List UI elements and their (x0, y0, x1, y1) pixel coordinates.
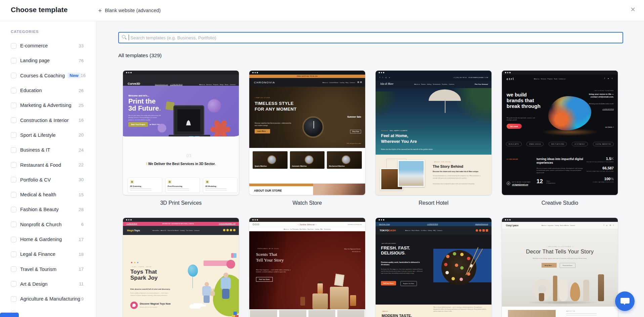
template-card-watch-store[interactable]: FREE SHIPPING FROM $20 CHRONOVIA About u… (249, 71, 365, 195)
checkbox[interactable] (11, 207, 16, 212)
template-title: Creative Studio (502, 200, 618, 207)
template-card-magictoys[interactable]: +1 (234) 567 89 00SHOWROOM: 1234 KENMONT… (123, 218, 239, 317)
palm-foliage (453, 88, 491, 125)
sidebar-item-legal-finance[interactable]: Legal & Finance18 (11, 247, 96, 262)
template-cell: f t ◎ ▸ +1 (234) 567 89 00 ISLADIMARE@EM… (376, 71, 491, 207)
sidebar-item-portfolio-cv[interactable]: Portfolio & CV30 (11, 172, 96, 187)
hotel-photo (398, 160, 425, 187)
bunny-toy (210, 291, 215, 296)
browser-chrome (123, 71, 239, 75)
chat-launcher-button[interactable] (615, 291, 635, 311)
product-tile: Quartz Watches (253, 151, 288, 169)
checkbox[interactable] (11, 192, 16, 198)
blank-website-button[interactable]: + Blank website (advanced) (98, 5, 161, 15)
template-cell: Open 8 am - 11 pm+1 (234) 567 89 00tokyo… (376, 218, 491, 317)
template-card-jardin-obscur[interactable]: - Jardin Obscur - jardinobscur@email.com… (249, 218, 365, 317)
template-card-tokyodash[interactable]: Open 8 am - 11 pm+1 (234) 567 89 00tokyo… (376, 218, 491, 317)
checkbox[interactable] (11, 147, 16, 153)
checkbox[interactable] (11, 281, 16, 287)
categories-sidebar: CATEGORIES E-commerce33 Landing page76 C… (0, 21, 96, 317)
template-title: Watch Store (249, 200, 365, 207)
thumb-navbar: MagicToys. Bestsellers About Us Deal of … (123, 226, 239, 235)
sidebar-item-home-gardening[interactable]: Home & Gardening17 (11, 232, 96, 247)
template-cell: +1 (234) 567 89 00SHOWROOM: 1234 KENMONT… (123, 218, 239, 317)
templates-panel: All templates (329) Curve3D 3d.print@ema… (96, 21, 644, 317)
sidebar-item-fashion-beauty[interactable]: Fashion & Beauty28 (11, 202, 96, 217)
sidebar-item-partial[interactable] (11, 306, 96, 317)
checkbox[interactable] (11, 43, 16, 49)
close-icon[interactable]: × (629, 4, 637, 15)
browser-chrome (123, 218, 239, 222)
checkbox[interactable] (11, 88, 16, 93)
thumb-navbar: CHRONOVIA About us Limited Edition Catal… (249, 78, 365, 87)
checkbox[interactable] (11, 177, 16, 183)
gift-box (231, 253, 237, 258)
sidebar-item-travel-tourism[interactable]: Travel & Tourism17 (11, 262, 96, 276)
feature-icon (168, 180, 172, 184)
thumb-hero: Welcome and let's... Print the3d Future.… (123, 86, 239, 138)
plus-icon: + (98, 7, 102, 14)
thumb-navbar: Curve3D 3d.print@email.com +1 (234) 567 … (123, 75, 239, 86)
sidebar-item-restaurant-food[interactable]: Restaurant & Food22 (11, 157, 96, 172)
text-caret (129, 35, 129, 40)
sidebar-item-sport-lifestyle[interactable]: Sport & Lifestyle20 (11, 128, 96, 143)
palm-foliage (376, 91, 397, 118)
template-card-cozyspace[interactable]: CozySpace About us Inspiration Catalog N… (502, 218, 618, 317)
checkbox[interactable] (11, 251, 16, 257)
sidebar-item-landing-page[interactable]: Landing page76 (11, 53, 96, 68)
template-card-resort-hotel[interactable]: f t ◎ ▸ +1 (234) 567 89 00 ISLADIMARE@EM… (376, 71, 491, 195)
sidebar-item-courses-coaching[interactable]: Courses & CoachingNew16 (11, 68, 96, 83)
perfume-bottle (300, 297, 305, 306)
template-cell: ctrl About us Services Projects Team Con… (502, 71, 618, 207)
product-tile: Mechanical Watches (327, 151, 362, 169)
checkbox[interactable] (11, 103, 16, 108)
sidebar-item-ecommerce[interactable]: E-commerce33 (11, 38, 96, 53)
new-badge: New (68, 73, 81, 78)
thumb-cta: Find Your Scent (256, 277, 273, 282)
checkbox[interactable] (11, 162, 16, 168)
sidebar-item-agriculture-manufacturing[interactable]: Agriculture & Manufacturing9 (11, 291, 96, 306)
template-cell: Curve3D 3d.print@email.com +1 (234) 567 … (123, 71, 239, 207)
checkbox[interactable] (11, 237, 16, 242)
sidebar-item-nonprofit-church[interactable]: Nonprofit & Church6 (11, 217, 96, 232)
sidebar-item-marketing-advertising[interactable]: Marketing & Advertising25 (11, 98, 96, 113)
checkbox[interactable] (11, 296, 16, 302)
template-card-3d-print-services[interactable]: Curve3D 3d.print@email.com +1 (234) 567 … (123, 71, 239, 195)
search-bar (118, 32, 623, 43)
checkbox[interactable] (11, 266, 16, 272)
checkbox[interactable] (11, 132, 16, 138)
perfume-bottle (317, 283, 323, 293)
checkbox[interactable] (11, 222, 16, 227)
watch-icon (305, 155, 313, 164)
search-input[interactable] (118, 32, 623, 43)
sidebar-item-medical-health[interactable]: Medical & health15 (11, 187, 96, 202)
stars: ★★★★★ (381, 130, 388, 131)
perfume-bottle (350, 295, 356, 306)
child-photo (202, 286, 211, 296)
social-icons: f ◎ ⓟ t (604, 225, 614, 226)
sidebar-item-education[interactable]: Education26 (11, 83, 96, 98)
social-icons: f t ◎ ▸ (380, 77, 391, 78)
sidebar-item-construction-interior[interactable]: Construction & Interior16 (11, 113, 96, 127)
wood-log (598, 274, 604, 301)
browser-chrome (376, 218, 491, 222)
feature-card: 3D Scanning (128, 177, 162, 193)
checkbox[interactable] (11, 117, 16, 123)
thumb-hero: · PERFUMES WITH SOUL · Scents ThatTell Y… (249, 231, 365, 309)
thumb-cta: let's work (507, 124, 522, 129)
bottom-left-blue-element[interactable] (0, 313, 19, 317)
checkbox[interactable] (11, 58, 16, 64)
browser-chrome (376, 71, 491, 75)
template-title: 3D Print Services (123, 200, 239, 207)
template-card-creative-studio[interactable]: ctrl About us Services Projects Team Con… (502, 71, 618, 195)
ceramic-vase (539, 293, 544, 301)
watch-icon (342, 155, 350, 164)
thumb-hero: · your sushi, your moment · FRESH. FAST.… (376, 235, 491, 305)
browser-chrome (502, 218, 618, 222)
template-cell: FREE SHIPPING FROM $20 CHRONOVIA About u… (249, 71, 365, 207)
checkbox[interactable] (11, 73, 16, 78)
play-icon: ▶ (150, 123, 151, 125)
sidebar-item-art-design[interactable]: Art & Design11 (11, 277, 96, 291)
sidebar-item-business-it[interactable]: Business & IT24 (11, 143, 96, 157)
ceramic-vase (583, 280, 589, 301)
